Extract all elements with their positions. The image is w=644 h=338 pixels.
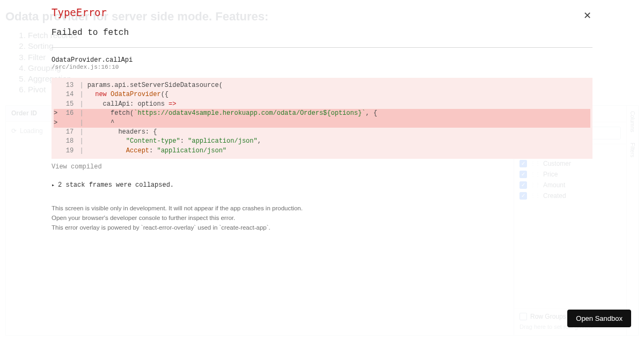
code-line: >16 | fetch(`https://odatav4sample.herok… <box>54 109 590 118</box>
code-snippet: 13 | params.api.setServerSideDatasource(… <box>52 78 592 159</box>
code-line: 17 | headers: { <box>54 128 590 137</box>
code-line: > | ^ <box>54 119 590 128</box>
footer-line: Open your browser's developer console to… <box>52 214 592 223</box>
close-icon[interactable]: ✕ <box>583 10 591 21</box>
code-line: 15 | callApi: options => <box>54 100 590 109</box>
view-compiled-link[interactable]: View compiled <box>52 163 592 171</box>
error-type: TypeError <box>52 6 592 18</box>
divider <box>52 47 592 48</box>
footer-line: This screen is visible only in developme… <box>52 204 592 214</box>
error-location: OdataProvider.callApi <box>52 56 592 64</box>
error-message: Failed to fetch <box>52 28 592 38</box>
collapsed-frames-toggle[interactable]: 2 stack frames were collapsed. <box>52 181 592 189</box>
code-line: 19 | Accept: "application/json" <box>54 146 590 156</box>
open-sandbox-button[interactable]: Open Sandbox <box>567 310 631 327</box>
code-line: 13 | params.api.setServerSideDatasource( <box>54 81 590 90</box>
code-line: 18 | "Content-type": "application/json", <box>54 137 590 146</box>
error-file: /src/index.js:16:10 <box>52 64 592 70</box>
footer-line: This error overlay is powered by `react-… <box>52 223 592 233</box>
error-overlay: ✕ TypeError Failed to fetch OdataProvide… <box>52 6 592 338</box>
overlay-footer-note: This screen is visible only in developme… <box>52 204 592 232</box>
code-line: 14 | new OdataProvider({ <box>54 90 590 99</box>
